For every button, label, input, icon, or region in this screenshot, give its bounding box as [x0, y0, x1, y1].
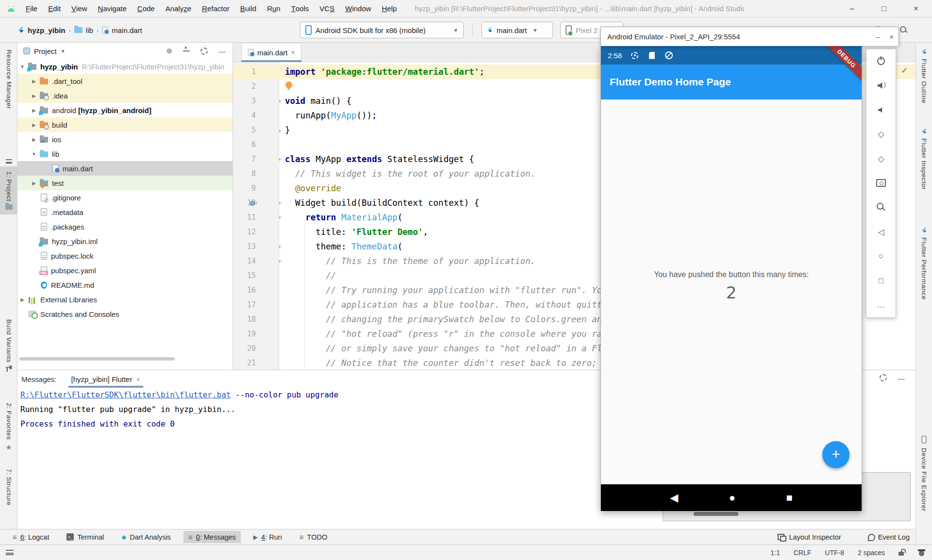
- horizontal-scrollbar[interactable]: [19, 357, 175, 361]
- tree-collapsed-icon[interactable]: ▶: [31, 122, 37, 128]
- file-path-link[interactable]: R:\Flutter\FlutterSDK\flutter\bin\flutte…: [20, 390, 231, 399]
- sidebar-item-resource-manager[interactable]: Resource Manager: [0, 49, 17, 109]
- back-icon[interactable]: ◀: [670, 492, 678, 504]
- breadcrumb-item[interactable]: lib: [86, 26, 93, 34]
- menu-item-run[interactable]: Run: [262, 0, 286, 17]
- inspection-ok-icon[interactable]: ✓: [901, 66, 908, 75]
- tree-row-hyzp-yibin[interactable]: ▼hyzp_yibinR:\FlutterProject\FlutterProj…: [17, 59, 233, 74]
- menu-item-refactor[interactable]: Refactor: [197, 0, 235, 17]
- tree-row-ios[interactable]: ▶ios: [17, 132, 233, 147]
- tree-row--idea[interactable]: ▶.idea: [17, 88, 233, 103]
- close-icon[interactable]: ×: [291, 49, 295, 56]
- breadcrumb-item[interactable]: hyzp_yibin: [28, 26, 66, 34]
- gear-icon[interactable]: [880, 374, 887, 382]
- hamburger-icon[interactable]: [6, 550, 14, 555]
- tree-expanded-icon[interactable]: ▼: [19, 64, 25, 69]
- volume-down-icon[interactable]: [876, 105, 886, 115]
- home-icon[interactable]: ●: [729, 492, 735, 504]
- gear-icon[interactable]: [200, 48, 208, 55]
- emulator-window-titlebar[interactable]: Android Emulator - Pixel_2_API_29:5554 –…: [600, 27, 899, 46]
- tree-row-main-dart[interactable]: main.dart: [17, 161, 233, 176]
- camera-icon[interactable]: [876, 178, 886, 188]
- status-caret-position[interactable]: 1:1: [770, 549, 780, 557]
- lightbulb-icon[interactable]: [285, 82, 292, 88]
- fold-collapse-icon[interactable]: ▾: [278, 244, 281, 250]
- tree-row--dart-tool[interactable]: ▶.dart_tool: [17, 74, 233, 88]
- rotate-left-icon[interactable]: ◇: [876, 129, 886, 140]
- device-selector-dropdown[interactable]: Android SDK built for x86 (mobile) ▼: [300, 22, 464, 38]
- tree-row-pubspec-lock[interactable]: pubspec.lock: [17, 248, 233, 263]
- minimize-button[interactable]: –: [836, 0, 868, 17]
- chevron-down-icon[interactable]: ▼: [61, 49, 66, 54]
- fab-increment-button[interactable]: +: [822, 441, 849, 468]
- emulator-screen[interactable]: 2:58 Flutter Demo Home Page DEBUG You ha…: [600, 46, 862, 511]
- menu-item-help[interactable]: Help: [377, 0, 402, 17]
- fold-collapse-icon[interactable]: ▾: [278, 214, 281, 221]
- hide-icon[interactable]: —: [898, 374, 905, 382]
- toolwindow-button-4--run[interactable]: ▶4: Run: [249, 531, 287, 543]
- tree-row--metadata[interactable]: .metadata: [17, 205, 233, 219]
- menu-item-build[interactable]: Build: [235, 0, 262, 17]
- toolwindow-icon[interactable]: [0, 157, 17, 164]
- recents-icon[interactable]: ■: [786, 492, 792, 504]
- sidebar-item-project[interactable]: 1: Project: [0, 166, 17, 214]
- menu-item-code[interactable]: Code: [132, 0, 160, 17]
- sidebar-item-favorites[interactable]: 2: Favorites ★: [0, 403, 17, 452]
- overview-icon[interactable]: □: [876, 276, 886, 286]
- fold-collapse-icon[interactable]: ▾: [278, 98, 281, 104]
- fold-expand-icon[interactable]: ▴: [278, 127, 281, 133]
- toolwindow-button-layout-inspector[interactable]: Layout Inspector: [773, 531, 846, 543]
- fold-collapse-icon[interactable]: ▾: [278, 258, 281, 264]
- power-icon[interactable]: [876, 56, 886, 66]
- run-config-dropdown[interactable]: main.dart ▼: [482, 22, 553, 38]
- tree-collapsed-icon[interactable]: ▶: [19, 297, 25, 302]
- sidebar-item-build-variants[interactable]: Build Variants: [0, 319, 17, 372]
- maximize-button[interactable]: □: [868, 0, 900, 17]
- toolwindow-button-6--logcat[interactable]: ≡6: Logcat: [8, 531, 54, 543]
- tree-collapsed-icon[interactable]: ▶: [31, 93, 37, 99]
- tree-row-lib[interactable]: ▼lib: [17, 147, 233, 161]
- fold-collapse-icon[interactable]: ▾: [278, 200, 281, 206]
- sidebar-item-structure[interactable]: 7: Structure: [0, 469, 17, 506]
- tree-row-build[interactable]: ▶build: [17, 117, 233, 132]
- tab-main-dart[interactable]: main.dart ×: [241, 43, 301, 62]
- menu-item-file[interactable]: File: [20, 0, 43, 17]
- menu-item-edit[interactable]: Edit: [43, 0, 66, 17]
- sidebar-item-device-file-explorer[interactable]: Device File Explorer: [916, 435, 932, 511]
- menu-item-vcs[interactable]: VCS: [314, 0, 340, 17]
- locate-icon[interactable]: ⊕: [166, 47, 172, 55]
- tree-expanded-icon[interactable]: ▼: [31, 151, 37, 157]
- back-icon[interactable]: ◁: [876, 227, 886, 237]
- home-icon[interactable]: ○: [876, 251, 886, 262]
- volume-up-icon[interactable]: [876, 80, 886, 91]
- rotate-right-icon[interactable]: ◇: [876, 153, 886, 164]
- tree-row--gitignore[interactable]: .gitignore: [17, 190, 233, 205]
- toolwindow-button-event-log[interactable]: Event Log: [863, 531, 915, 543]
- hide-icon[interactable]: —: [218, 47, 226, 55]
- sidebar-item-flutter-outline[interactable]: Flutter Outline: [916, 49, 932, 103]
- status-encoding[interactable]: UTF-8: [825, 549, 844, 557]
- menu-item-navigate[interactable]: Navigate: [93, 0, 132, 17]
- menu-item-tools[interactable]: Tools: [286, 0, 315, 17]
- status-indent[interactable]: 2 spaces: [858, 549, 885, 557]
- menu-item-analyze[interactable]: Analyze: [160, 0, 197, 17]
- fold-collapse-icon[interactable]: ▾: [278, 156, 281, 163]
- close-icon[interactable]: ×: [136, 375, 140, 383]
- tree-collapsed-icon[interactable]: ▶: [31, 79, 37, 84]
- tree-row-hyzp-yibin-iml[interactable]: hyzp_yibin.iml: [17, 234, 233, 248]
- tree-row-android[interactable]: ▶android[hyzp_yibin_android]: [17, 103, 233, 117]
- tree-row-external-libraries[interactable]: ▶External Libraries: [17, 292, 233, 307]
- menu-item-view[interactable]: View: [66, 0, 93, 17]
- project-header-label[interactable]: Project: [34, 47, 57, 55]
- tree-row-pubspec-yaml[interactable]: pubspec.yaml: [17, 263, 233, 278]
- toolwindow-button-0--messages[interactable]: ≡0: Messages: [183, 531, 241, 543]
- sidebar-item-flutter-performance[interactable]: Flutter Performance: [916, 227, 932, 300]
- toolwindow-button-dart-analysis[interactable]: ◆Dart Analysis: [116, 531, 176, 543]
- toolwindow-button-terminal[interactable]: >_Terminal: [62, 531, 109, 543]
- collapse-all-icon[interactable]: [183, 48, 190, 54]
- tree-row--packages[interactable]: .packages: [17, 219, 233, 234]
- tree-row-scratches-and-consoles[interactable]: Scratches and Consoles: [17, 307, 233, 321]
- override-marker-icon[interactable]: ↑: [250, 199, 258, 207]
- unlock-icon[interactable]: [899, 549, 904, 556]
- toolwindow-button-todo[interactable]: ≡TODO: [295, 531, 332, 543]
